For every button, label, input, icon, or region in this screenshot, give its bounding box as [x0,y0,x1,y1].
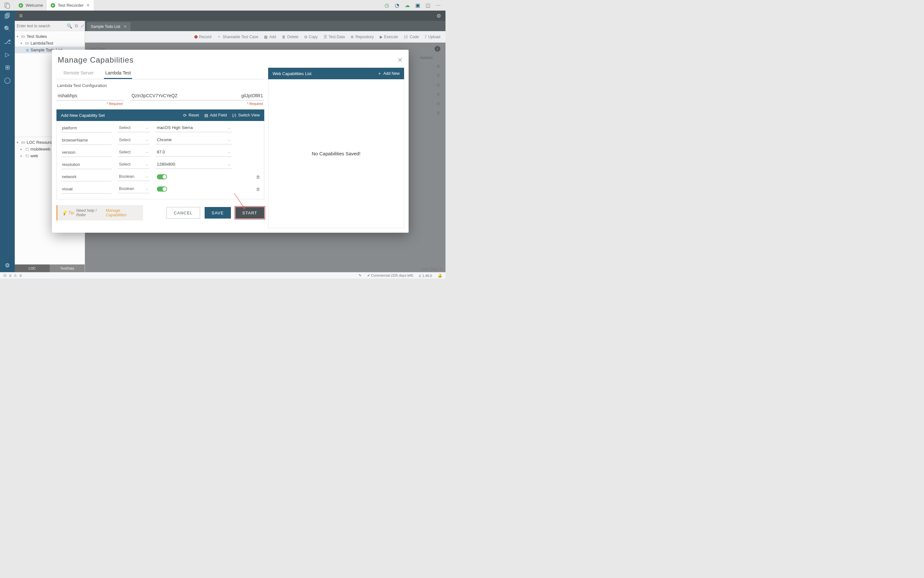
play-icon: ▶ [380,35,383,39]
sidebar-tab-testdata[interactable]: TestData [50,265,85,272]
plus-icon: ＋ [217,34,221,39]
errors-icon[interactable]: ⓧ [3,273,7,278]
cap-value-select[interactable]: 87.0⌄ [155,148,232,157]
add-field-button[interactable]: ▤Add Field [204,113,227,118]
tab-lambda-test[interactable]: Lambda Test [104,68,132,79]
search-icon[interactable]: 🔍 [66,23,73,29]
app-tab-bar: Welcome Test Recorder ✕ ◷ ◔ ☁ ▣ ◫ ⋯ [0,0,445,11]
debug-icon[interactable]: ◯ [4,77,11,84]
cap-type-select[interactable]: Select⌄ [118,136,150,144]
cap-row: Select⌄ macOS High Sierra⌄ [61,123,260,133]
save-button[interactable]: SAVE [205,207,231,219]
tree-node-root[interactable]: ▾ 🗁 Test Suites [15,33,85,40]
repository-button[interactable]: ⊕Repository [351,35,374,39]
license-badge: ✔ Commercial (325 days left) [367,273,413,278]
tree-label: mobileweb [31,147,50,151]
file-icon: ≣ [26,47,29,52]
gear-icon[interactable]: ⚙ [4,262,11,269]
trash-icon[interactable]: 🗑 [256,175,260,179]
settings-icon[interactable]: ⚙ [437,13,441,19]
search-icon[interactable]: 🔍 [4,25,11,32]
trash-icon[interactable]: 🗑 [256,187,260,192]
cap-type-select[interactable]: Select⌄ [118,148,150,157]
code-icon: ⟨/⟩ [232,113,236,118]
expand-icon[interactable]: ⤢ [80,23,85,29]
close-icon[interactable]: ✕ [397,56,403,64]
cap-value-toggle[interactable] [157,174,167,179]
execute-button[interactable]: ▶Execute [380,35,398,39]
svg-rect-1 [6,4,10,8]
cap-row: Select⌄ Chrome⌄ [61,136,260,145]
camera-icon[interactable]: ▣ [415,3,421,8]
tab-welcome[interactable]: Welcome [15,0,47,11]
reset-button[interactable]: ⟳Reset [183,113,199,118]
bell-icon[interactable]: 🔔 [438,273,442,278]
code-button[interactable]: ⟨/⟩Code [404,35,419,39]
tab-test-recorder[interactable]: Test Recorder ✕ [47,0,94,11]
code-icon: ⟨/⟩ [404,35,408,39]
required-hint: * Required [57,101,124,106]
cap-type-select[interactable]: Select⌄ [118,124,150,132]
tip-link[interactable]: Manage Capabilities [106,208,139,217]
web-list-empty: No Capabilities Saved! [268,79,404,228]
more-icon[interactable]: ⋯ [435,3,441,8]
stack-icon: ☰ [324,35,327,39]
cap-name-input[interactable] [61,185,112,193]
tree-node-lambda[interactable]: ▾ 🗁 LambdaTest [15,40,85,47]
warnings-icon[interactable]: ⚠ [14,273,17,278]
trash-icon: 🗑 [282,35,286,39]
config-section-label: Lambda Test Configuration [57,79,264,91]
switch-view-button[interactable]: ⟨/⟩Switch View [232,113,260,118]
close-icon[interactable]: ✕ [123,24,127,29]
testdata-button[interactable]: ☰Test Data [324,35,345,39]
dashboard-icon[interactable]: ◷ [384,3,390,8]
cancel-button[interactable]: CANCEL [167,207,200,219]
gauge-icon[interactable]: ◔ [394,3,400,8]
cap-type-select[interactable]: Boolean⌄ [118,185,150,193]
doc-tab-label: Sample Todo List [91,24,120,29]
extensions-icon[interactable]: ⊞ [4,64,11,71]
token-input-right[interactable] [206,91,264,101]
cap-value-select[interactable]: Chrome⌄ [155,136,232,144]
play-icon [51,3,55,8]
explorer-icon[interactable]: 🗐 [4,13,11,19]
panel-icon[interactable]: ◫ [425,3,431,8]
cap-name-input[interactable] [61,148,112,157]
add-button[interactable]: ▦Add [264,35,276,39]
username-input[interactable] [57,91,124,101]
record-button[interactable]: Record [194,35,212,39]
scm-icon[interactable]: ⎇ [4,38,11,45]
feedback-icon[interactable]: ✎ [359,273,361,278]
cap-name-input[interactable] [61,136,112,145]
run-icon[interactable]: ▷ [4,51,11,58]
folder-icon: 🗁 [25,41,29,45]
cap-value-select[interactable]: 1280x800⌄ [155,161,232,169]
upload-button[interactable]: ⤴Upload [425,35,440,39]
sidebar-tab-loc[interactable]: LOC [15,265,50,272]
cap-type-select[interactable]: Boolean⌄ [118,173,150,181]
copy-button[interactable]: ⧉Copy [304,35,318,39]
cap-value-toggle[interactable] [157,187,167,192]
close-icon[interactable]: ✕ [86,3,90,8]
delete-button[interactable]: 🗑Delete [282,35,299,39]
cap-name-input[interactable] [61,172,112,181]
suites-icon: 🗁 [21,140,25,145]
cap-name-input[interactable] [61,160,112,169]
app-files-icon[interactable] [0,0,15,11]
shareable-button[interactable]: ＋Shareable Test Case [217,34,258,39]
tree-label: Test Suites [27,34,47,39]
start-button[interactable]: START [235,207,264,219]
add-new-button[interactable]: ＋Add New [377,71,400,76]
cloud-icon[interactable]: ☁ [405,3,410,8]
token-input-left[interactable] [130,91,189,101]
cap-type-select[interactable]: Select⌄ [118,161,150,169]
top-right-icons: ◷ ◔ ☁ ▣ ◫ ⋯ [384,3,445,8]
search-input[interactable] [17,24,65,28]
cap-value-select[interactable]: macOS High Sierra⌄ [155,124,232,132]
doc-tab-sample[interactable]: Sample Todo List ✕ [87,22,131,31]
copy-icon[interactable]: ⧉ [74,23,79,29]
cap-name-input[interactable] [61,123,112,133]
menu-icon[interactable]: ≡ [19,13,23,19]
bulb-icon: 💡 [62,211,67,215]
tab-remote-server[interactable]: Remote Server [62,68,95,79]
